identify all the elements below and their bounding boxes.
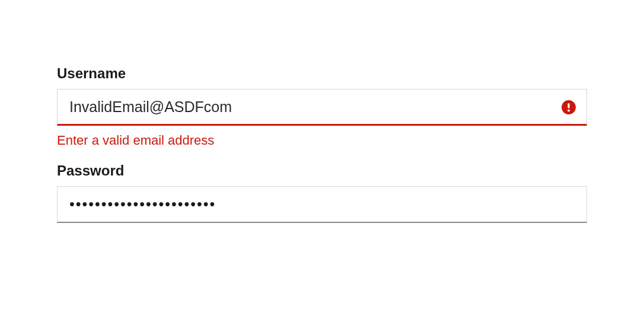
username-group: Username Enter a valid email address <box>57 65 587 148</box>
password-label: Password <box>57 162 587 179</box>
password-input-wrapper <box>57 186 587 223</box>
error-icon <box>561 100 576 115</box>
username-error-message: Enter a valid email address <box>57 133 587 148</box>
username-input-wrapper <box>57 89 587 126</box>
username-label: Username <box>57 65 587 82</box>
svg-point-2 <box>568 109 570 111</box>
password-group: Password <box>57 162 587 223</box>
svg-rect-1 <box>568 103 569 109</box>
password-input[interactable] <box>57 186 587 223</box>
username-input[interactable] <box>57 89 587 126</box>
